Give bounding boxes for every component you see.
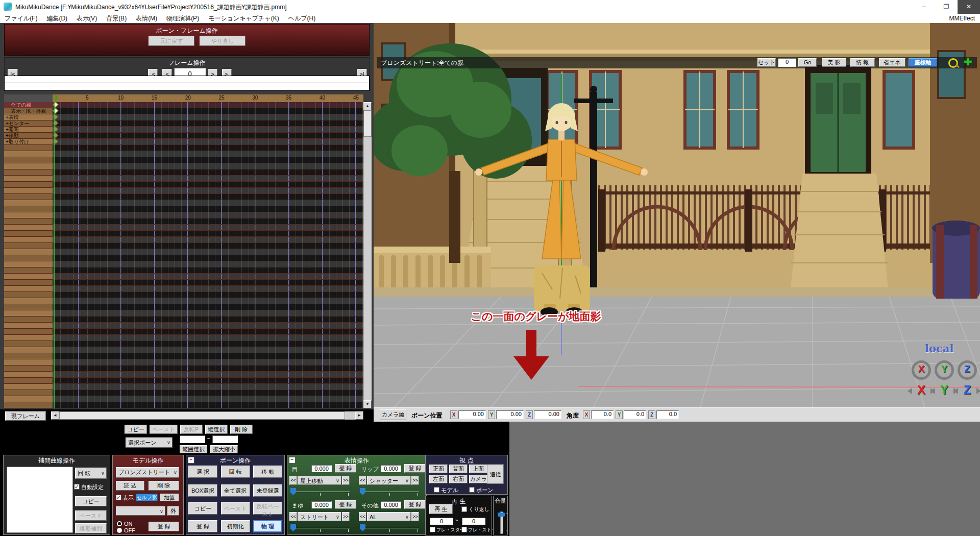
timeline-row[interactable] [4,169,363,176]
bone-op-button[interactable]: 物 理 [253,520,282,532]
timeline-row[interactable] [4,366,363,372]
timeline-row[interactable] [4,347,363,353]
model-load-button[interactable]: 読 込 [116,481,144,491]
timeline-row[interactable] [4,188,363,194]
scroll-left-icon[interactable]: ◄ [51,411,59,420]
axis-toggle-button[interactable]: 座標軸 [909,58,937,67]
timeline-row[interactable]: +センター [4,120,363,127]
morph-prev-button[interactable]: << [359,476,366,485]
model-dropdown[interactable]: ブロンズストリート [116,467,179,478]
bone-row-label[interactable] [4,304,53,310]
timeline-row[interactable] [4,176,363,182]
bone-row-track[interactable] [53,310,363,316]
morph-next-button[interactable]: >> [411,476,419,485]
pos-y-input[interactable]: 0.00 [496,410,524,419]
timeline-row[interactable] [4,372,363,378]
bone-row-track[interactable] [53,133,363,139]
radio-off[interactable] [117,528,122,533]
timeline-row[interactable] [4,206,363,212]
bone-row-track[interactable] [53,323,363,329]
timeline-row[interactable] [4,182,363,188]
select-bone-dropdown[interactable]: 選択ボーン [126,437,173,448]
bone-row-track[interactable] [53,353,363,359]
timeline-row[interactable] [4,267,363,274]
bone-panel-minimize[interactable]: − [188,457,194,464]
morph-slider-thumb[interactable] [360,488,365,495]
bone-row-label[interactable] [4,157,53,163]
timeline-row[interactable] [4,310,363,316]
morph-register-button[interactable]: 登 録 [404,500,426,509]
bone-row-label[interactable] [4,237,53,243]
timeline-row[interactable] [4,212,363,218]
interp-copy-button[interactable]: コピー [75,496,107,506]
morph-next-button[interactable]: >> [342,512,350,521]
maximize-button[interactable]: ❐ [935,0,958,14]
timeline-row[interactable]: 全ての親 [4,102,363,108]
menu-item[interactable]: ヘルプ(H) [284,14,321,23]
timeline-row[interactable] [4,255,363,261]
bone-row-track[interactable] [53,206,363,212]
bone-row-label[interactable] [4,274,53,280]
go-button[interactable]: Go [798,58,817,67]
bone-row-label[interactable] [4,151,53,157]
bone-row-track[interactable] [53,145,363,151]
bone-row-label[interactable] [4,200,53,206]
morph-dropdown[interactable]: シャッター [367,476,411,485]
morph-value-input[interactable]: 0.000 [311,501,332,508]
menu-item[interactable]: 表情(M) [131,14,162,23]
timeline-ruler[interactable]: 051015202530354045 [4,94,363,102]
range-select-button[interactable]: 範囲選択 [180,445,207,453]
bone-op-button[interactable]: 反転ペースト [253,502,282,515]
timeline-row[interactable] [4,359,363,366]
view-bone-checkbox[interactable] [469,487,475,493]
bone-row-track[interactable] [53,292,363,298]
bone-row-label[interactable]: +開閉 [4,127,53,133]
frame-edit-button[interactable]: ペースト [150,425,178,434]
move-z-icon[interactable]: Z [958,383,977,397]
bone-row-label[interactable] [4,323,53,329]
pos-z-input[interactable]: 0.00 [534,410,561,419]
bone-row-track[interactable] [53,341,363,347]
timeline-row[interactable] [4,378,363,384]
bone-row-track[interactable] [53,390,363,396]
undo-button[interactable]: 元に戻す [149,36,194,46]
scroll-right-icon[interactable]: ► [355,411,363,420]
bone-row-track[interactable] [53,127,363,133]
linear-interp-button[interactable]: 線形補間 [75,523,107,533]
view-direction-button[interactable]: 正面 [429,465,448,473]
frame-edit-button[interactable]: 削 除 [230,425,253,434]
interp-mode-dropdown[interactable]: 回 転 [75,468,107,479]
menu-item[interactable]: モーションキャプチャ(K) [204,14,284,23]
ruler-strip[interactable]: 051015202530354045 [53,94,363,102]
play-to-input[interactable]: 0 [462,518,485,525]
bone-row-label[interactable] [4,378,53,384]
morph-register-button[interactable]: 登 録 [335,464,356,473]
range-from-input[interactable] [180,435,205,443]
bone-row-label[interactable] [4,206,53,212]
timeline-row[interactable] [4,151,363,157]
follow-button[interactable]: 追従 [487,465,504,484]
eco-button[interactable]: 省エネ [879,58,905,67]
bone-row-track[interactable] [53,188,363,194]
scroll-down-icon[interactable]: ▼ [363,400,372,408]
menu-item[interactable]: 表示(V) [72,14,102,23]
timeline-row[interactable]: +表情 [4,114,363,120]
bone-row-label[interactable] [4,280,53,286]
bone-row-label[interactable] [4,396,53,402]
close-button[interactable]: ✕ [958,0,980,14]
interpolation-curve-canvas[interactable] [7,467,73,533]
timeline-row[interactable] [4,157,363,163]
bone-row-label[interactable] [4,255,53,261]
morph-dropdown[interactable]: 屋上移動 [298,476,341,485]
bone-row-track[interactable] [53,378,363,384]
menu-item[interactable]: 物理演算(P) [162,14,204,23]
bone-row-track[interactable] [53,280,363,286]
timeline-row[interactable] [4,384,363,390]
bone-row-track[interactable] [53,255,363,261]
timeline-row[interactable] [4,243,363,249]
view-direction-button[interactable]: 左面 [429,475,448,483]
view-direction-button[interactable]: 背面 [449,465,468,473]
model-delete-button[interactable]: 削 除 [149,481,179,491]
bone-row-track[interactable] [53,114,363,120]
bone-row-label[interactable] [4,243,53,249]
